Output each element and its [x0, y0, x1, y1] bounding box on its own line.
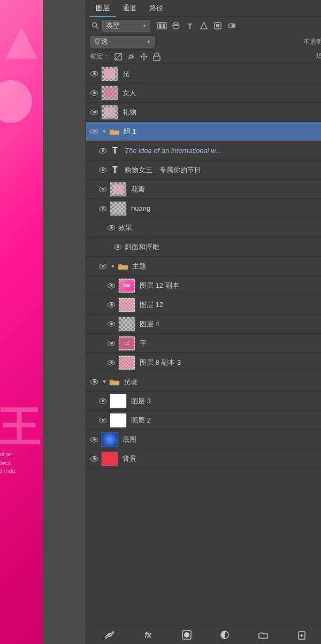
eye-icon-effect[interactable]	[106, 223, 116, 233]
add-layer-style-button[interactable]: fx	[142, 628, 155, 641]
blend-mode-select[interactable]: 穿透 ▼	[90, 36, 155, 48]
filter-text-icon[interactable]: T	[185, 20, 195, 31]
layer-8copy3[interactable]: 图层 8 副本 3	[86, 353, 321, 372]
svg-line-13	[115, 53, 121, 60]
eye-icon-12copy[interactable]	[106, 281, 116, 290]
filter-shape-icon[interactable]	[198, 20, 209, 31]
filter-type-select[interactable]: 类型 ▼	[102, 20, 150, 32]
eye-icon-3[interactable]	[98, 396, 108, 406]
expand-guangban[interactable]: ▼	[101, 379, 108, 385]
new-group-button[interactable]	[257, 628, 270, 641]
layer-name-nuren: 女人	[123, 88, 321, 98]
expand-zhuti[interactable]: ▼	[110, 263, 116, 270]
thumb-guang	[101, 66, 118, 81]
eye-icon-4[interactable]	[106, 319, 116, 329]
layer-guang[interactable]: 光	[86, 64, 321, 83]
svg-rect-6	[163, 26, 165, 28]
filter-pixel-icon[interactable]	[157, 20, 167, 31]
svg-point-11	[232, 24, 235, 27]
add-mask-button[interactable]	[180, 628, 193, 641]
layer-zi[interactable]: 王 字	[86, 334, 321, 353]
filter-toggle-icon[interactable]	[226, 20, 237, 31]
eye-icon-zi[interactable]	[106, 339, 116, 348]
eye-icon-guangban[interactable]	[89, 377, 99, 387]
tab-channels[interactable]: 通道	[116, 0, 143, 17]
eye-icon-huang[interactable]	[98, 204, 108, 213]
layer-name-2: 图层 2	[131, 416, 321, 425]
layer-12copy[interactable]: 520 图层 12 副本	[86, 276, 321, 295]
opacity-label: 不透明度:	[303, 37, 321, 47]
layer-huang[interactable]: huang fx	[86, 199, 321, 218]
thumb-12	[118, 297, 135, 312]
eye-icon-8copy3[interactable]	[106, 358, 116, 367]
layer-group-zu1[interactable]: ▼ 组 1	[86, 122, 321, 141]
layer-3[interactable]: 图层 3	[86, 392, 321, 411]
layer-name-4: 图层 4	[140, 319, 321, 329]
eye-icon-text-idea[interactable]	[98, 146, 108, 156]
eye-icon-huapan[interactable]	[98, 185, 108, 194]
link-layers-button[interactable]	[103, 628, 116, 641]
layer-huapan[interactable]: 花瓣	[86, 180, 321, 199]
folder-icon-zhuti	[117, 262, 129, 271]
layer-group-zhuti[interactable]: ▼ 主题	[86, 257, 321, 276]
folder-icon-guangban	[109, 377, 120, 387]
layer-text-idea[interactable]: T The idea of an international w...	[86, 141, 321, 160]
eye-icon-2[interactable]	[98, 416, 108, 425]
layer-effect-group[interactable]: 效果	[86, 218, 321, 237]
layer-beijing[interactable]: 背景 🔒	[86, 449, 321, 469]
eye-icon-zu1[interactable]	[89, 127, 99, 136]
filter-smart-icon[interactable]	[212, 20, 223, 31]
thumb-8copy3	[118, 355, 135, 370]
layer-ditu[interactable]: 底图	[86, 430, 321, 449]
layer-name-liwu: 礼物	[123, 108, 321, 117]
layer-name-guang: 光	[123, 69, 321, 79]
add-adjustment-button[interactable]	[218, 628, 231, 641]
eye-icon-guang[interactable]	[89, 69, 99, 79]
expand-zu1[interactable]: ▼	[101, 128, 108, 135]
layer-2[interactable]: 图层 2	[86, 411, 321, 430]
bottom-toolbar: fx	[86, 625, 321, 644]
filter-adjustment-icon[interactable]	[171, 20, 181, 31]
eye-icon-ditu[interactable]	[89, 435, 99, 444]
layer-12[interactable]: 图层 12	[86, 295, 321, 315]
layer-4[interactable]: 图层 4	[86, 315, 321, 334]
lock-label: 锁定：	[90, 52, 110, 61]
thumb-nuren	[101, 86, 118, 101]
eye-icon-zhuti[interactable]	[98, 262, 108, 271]
folder-icon-zu1	[109, 127, 120, 136]
svg-rect-18	[110, 381, 119, 385]
layer-name-12copy: 图层 12 副本	[140, 281, 321, 290]
svg-point-0	[93, 23, 97, 27]
tab-layers[interactable]: 图层	[89, 0, 116, 17]
layer-liwu[interactable]: 礼物	[86, 103, 321, 122]
eye-icon-nuren[interactable]	[89, 88, 99, 98]
lock-move-button[interactable]	[139, 51, 149, 62]
eye-icon-beijing[interactable]	[89, 454, 99, 464]
text-layer-icon-shopping: T	[110, 165, 120, 175]
lock-paint-button[interactable]	[126, 51, 136, 62]
thumb-beijing	[101, 451, 118, 466]
eye-icon-text-shopping[interactable]	[98, 165, 108, 175]
layer-text-shopping[interactable]: T 购物女王，专属你的节日	[86, 160, 321, 180]
lock-all-button[interactable]	[151, 51, 162, 62]
king-decoration: 王	[0, 399, 40, 457]
eye-icon-bevel[interactable]	[113, 242, 123, 252]
new-layer-button[interactable]	[295, 628, 308, 641]
layer-name-huapan: 花瓣	[131, 185, 321, 194]
lock-transparent-button[interactable]	[113, 51, 124, 62]
thumb-huang	[110, 201, 127, 216]
layer-nuren[interactable]: 女人	[86, 83, 321, 103]
eye-icon-12[interactable]	[106, 300, 116, 310]
tab-paths[interactable]: 路径	[143, 0, 170, 17]
svg-rect-9	[216, 24, 219, 27]
thumb-liwu	[101, 105, 118, 120]
layer-name-zu1: 组 1	[124, 127, 321, 136]
eye-icon-liwu[interactable]	[89, 108, 99, 117]
layers-list[interactable]: 光 女人 礼物	[86, 64, 321, 625]
layer-name-effect: 效果	[118, 223, 321, 233]
layer-group-guangban[interactable]: ▼ 光斑	[86, 372, 321, 392]
lock-fill-row: 锁定：	[86, 49, 321, 64]
layer-name-text-idea: The idea of an international w...	[125, 147, 321, 155]
layer-bevel-emboss[interactable]: 斜面和浮雕	[86, 237, 321, 257]
svg-rect-15	[154, 56, 160, 60]
